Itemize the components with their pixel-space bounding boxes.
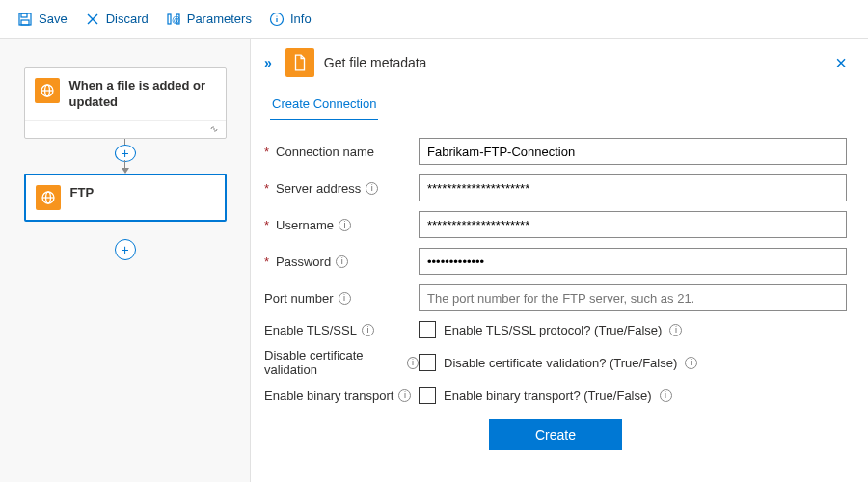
info-icon[interactable]: i (339, 292, 351, 305)
disable-cert-text: Disable certificate validation? (True/Fa… (444, 356, 677, 370)
svg-rect-2 (21, 20, 29, 25)
label-server: Server address (276, 181, 361, 196)
action-title: FTP (70, 185, 95, 201)
label-disable-cert: Disable certificate validation (264, 348, 402, 377)
tls-text: Enable TLS/SSL protocol? (True/False) (444, 323, 662, 337)
server-address-input[interactable] (419, 174, 847, 201)
info-icon[interactable]: i (336, 255, 348, 268)
panel-title: Get file metadata (324, 55, 827, 70)
discard-button[interactable]: Discard (79, 8, 154, 31)
tls-checkbox[interactable] (419, 321, 436, 338)
details-panel: » Get file metadata × Create Connection … (251, 39, 868, 482)
ftp-icon (35, 78, 60, 103)
add-step-button[interactable]: + (115, 239, 136, 260)
label-binary: Enable binary transport (264, 388, 393, 403)
info-icon[interactable]: i (366, 182, 378, 195)
svg-rect-5 (168, 14, 171, 24)
label-username: Username (276, 218, 334, 232)
parameters-icon: @ (166, 12, 181, 27)
info-icon[interactable]: i (407, 357, 419, 369)
discard-label: Discard (106, 12, 149, 26)
info-label: Info (290, 12, 312, 26)
connection-name-input[interactable] (419, 138, 847, 165)
trigger-title: When a file is added or updated (69, 78, 216, 111)
action-card-ftp[interactable]: FTP (24, 174, 227, 222)
file-icon (285, 48, 314, 77)
password-input[interactable] (419, 248, 847, 275)
card-link-icon (25, 120, 226, 138)
info-icon[interactable]: i (362, 324, 374, 336)
info-icon (269, 12, 285, 27)
create-button[interactable]: Create (489, 419, 622, 450)
svg-rect-1 (21, 13, 27, 17)
save-label: Save (39, 12, 68, 26)
parameters-label: Parameters (187, 12, 252, 26)
info-button[interactable]: Info (263, 8, 317, 31)
save-icon (17, 12, 33, 27)
label-connection-name: Connection name (276, 145, 374, 159)
disable-cert-checkbox[interactable] (419, 354, 436, 371)
close-icon[interactable]: × (835, 52, 847, 74)
svg-point-10 (276, 15, 277, 16)
label-tls: Enable TLS/SSL (264, 323, 357, 337)
parameters-button[interactable]: @ Parameters (160, 8, 258, 31)
trigger-card[interactable]: When a file is added or updated (24, 67, 227, 139)
binary-text: Enable binary transport? (True/False) (444, 388, 652, 403)
ftp-icon (36, 185, 61, 210)
label-password: Password (276, 254, 331, 269)
port-input[interactable] (419, 284, 847, 311)
toolbar: Save Discard @ Parameters Info (0, 0, 868, 39)
discard-icon (85, 12, 100, 27)
info-icon[interactable]: i (398, 389, 411, 402)
label-port: Port number (264, 291, 334, 306)
collapse-icon[interactable]: » (264, 55, 272, 70)
info-icon[interactable]: i (660, 389, 672, 402)
designer-canvas: When a file is added or updated + FTP + (0, 39, 251, 482)
info-icon[interactable]: i (685, 357, 697, 369)
binary-checkbox[interactable] (419, 387, 436, 404)
connector-arrow: + (115, 139, 136, 174)
username-input[interactable] (419, 211, 847, 238)
info-icon[interactable]: i (669, 324, 682, 336)
save-button[interactable]: Save (12, 8, 73, 31)
info-icon[interactable]: i (339, 219, 351, 231)
tab-create-connection[interactable]: Create Connection (270, 91, 378, 120)
